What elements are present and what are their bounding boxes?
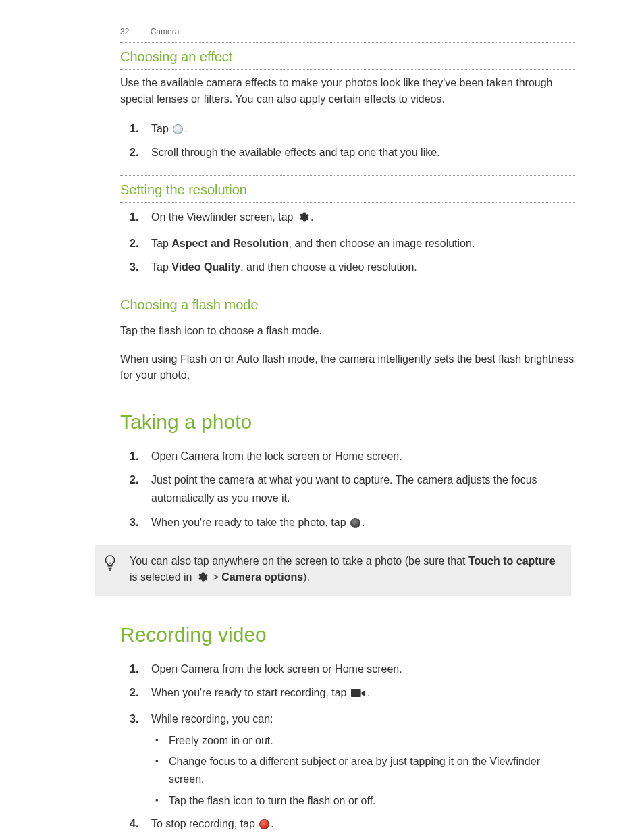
section-taking-photo: Taking a photo Open Camera from the lock… — [120, 411, 576, 531]
gear-icon — [298, 210, 309, 228]
bullet: Change focus to a different subject or a… — [151, 753, 576, 787]
page-header: 32 Camera — [0, 27, 644, 42]
section-name: Camera — [151, 27, 180, 36]
video-camera-icon — [351, 685, 366, 704]
gear-icon — [196, 571, 208, 588]
tip-callout: You can also tap anywhere on the screen … — [95, 545, 571, 597]
lightbulb-icon — [103, 554, 117, 577]
divider — [120, 317, 576, 317]
steps-list: Open Camera from the lock screen or Home… — [120, 447, 576, 531]
section-flash-mode: Choosing a flash mode Tap the flash icon… — [120, 294, 576, 384]
heading-flash-mode: Choosing a flash mode — [120, 294, 576, 313]
step: On the Viewfinder screen, tap . — [120, 208, 576, 228]
step: When you're ready to start recording, ta… — [120, 683, 576, 704]
steps-list: Tap . Scroll through the available effec… — [120, 120, 576, 161]
record-stop-icon — [259, 819, 269, 829]
effects-icon — [173, 124, 183, 134]
heading-taking-photo: Taking a photo — [120, 411, 576, 434]
section-recording-video: Recording video Open Camera from the loc… — [120, 623, 576, 833]
divider — [120, 175, 576, 176]
steps-list: On the Viewfinder screen, tap . Tap Aspe… — [120, 208, 576, 276]
paragraph: Tap the flash icon to choose a flash mod… — [120, 323, 576, 339]
manual-page: 32 Camera Choosing an effect Use the ava… — [0, 0, 644, 834]
divider — [120, 69, 576, 70]
step: Open Camera from the lock screen or Home… — [120, 447, 576, 465]
divider — [120, 202, 576, 203]
shutter-icon — [350, 518, 360, 528]
paragraph: Use the available camera effects to make… — [120, 75, 576, 107]
step: When you're ready to take the photo, tap… — [120, 513, 576, 531]
step: Open Camera from the lock screen or Home… — [120, 660, 576, 678]
bullet: Freely zoom in or out. — [151, 732, 576, 750]
paragraph: When using Flash on or Auto flash mode, … — [120, 351, 576, 384]
heading-choosing-effect: Choosing an effect — [120, 47, 576, 65]
step: Just point the camera at what you want t… — [120, 471, 576, 507]
heading-recording-video: Recording video — [120, 623, 576, 646]
step: Scroll through the available effects and… — [120, 143, 576, 161]
step: To stop recording, tap . — [120, 814, 576, 833]
heading-setting-resolution: Setting the resolution — [120, 180, 576, 198]
bullet: Tap the flash icon to turn the flash on … — [151, 792, 576, 810]
page-number: 32 — [120, 27, 129, 36]
step: Tap . — [120, 120, 576, 138]
step: While recording, you can: Freely zoom in… — [120, 710, 576, 810]
step: Tap Video Quality, and then choose a vid… — [120, 258, 576, 276]
svg-rect-0 — [351, 689, 361, 697]
sub-bullets: Freely zoom in or out. Change focus to a… — [151, 732, 576, 809]
divider — [120, 42, 576, 43]
divider — [120, 290, 576, 290]
section-choosing-effect: Choosing an effect Use the available cam… — [120, 47, 576, 161]
steps-list: Open Camera from the lock screen or Home… — [120, 660, 576, 833]
section-setting-resolution: Setting the resolution On the Viewfinder… — [120, 180, 576, 276]
step: Tap Aspect and Resolution, and then choo… — [120, 234, 576, 253]
